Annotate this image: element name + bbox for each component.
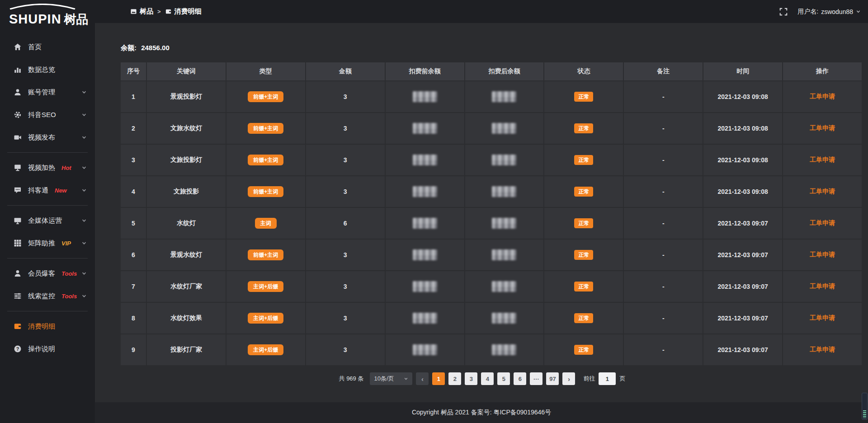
masked-balance-block — [492, 186, 516, 197]
work-order-link[interactable]: 工单申请 — [810, 346, 835, 354]
masked-balance-block — [413, 281, 437, 292]
prev-page-button[interactable]: ‹ — [416, 372, 429, 385]
goto-page-input[interactable] — [599, 372, 616, 385]
balance-after-cell — [465, 113, 544, 144]
page-ellipsis-button[interactable]: ··· — [530, 372, 542, 385]
status-badge: 正常 — [574, 218, 593, 228]
row-index-cell: 4 — [121, 176, 146, 207]
user-menu[interactable]: 用户名: zswodun88 — [797, 8, 861, 16]
table-row: 1景观投影灯前缀+主词3正常-2021-12-03 09:08工单申请 — [121, 81, 862, 112]
time-cell: 2021-12-03 09:08 — [703, 145, 782, 175]
type-badge: 主词 — [255, 218, 277, 229]
balance-after-cell — [465, 334, 544, 365]
balance-label: 余额: — [121, 44, 137, 52]
work-order-link[interactable]: 工单申请 — [810, 124, 835, 132]
page-button-97[interactable]: 97 — [546, 372, 559, 385]
type-badge: 前缀+主词 — [248, 186, 283, 197]
type-cell: 前缀+主词 — [226, 240, 305, 270]
status-badge: 正常 — [574, 282, 593, 291]
sidebar-item-video-heat[interactable]: 视频加热Hot — [0, 156, 95, 179]
work-order-link[interactable]: 工单申请 — [810, 282, 835, 291]
remark-cell: - — [624, 271, 703, 302]
sliders-icon — [14, 292, 22, 300]
amount-cell: 3 — [306, 145, 385, 175]
column-header: 备注 — [624, 62, 703, 80]
work-order-link[interactable]: 工单申请 — [810, 219, 835, 227]
sidebar-item-label: 视频发布 — [28, 133, 55, 142]
sidebar-item-home[interactable]: 首页 — [0, 36, 95, 58]
page-button-2[interactable]: 2 — [448, 372, 461, 385]
amount-cell: 6 — [306, 208, 385, 239]
screenshot-widget[interactable] — [862, 393, 868, 420]
page-button-3[interactable]: 3 — [465, 372, 477, 385]
breadcrumb-separator: > — [157, 8, 161, 15]
row-index-cell: 5 — [121, 208, 146, 239]
page-button-6[interactable]: 6 — [514, 372, 526, 385]
next-page-button[interactable]: › — [562, 372, 575, 385]
sidebar-item-clue-monitor[interactable]: 线索监控Tools — [0, 285, 95, 307]
sidebar-item-label: 线索监控 — [28, 292, 55, 301]
logo-text-latin: SHUPIN — [9, 13, 61, 26]
breadcrumb-root[interactable]: 树品 — [130, 7, 153, 16]
type-cell: 前缀+主词 — [226, 176, 305, 207]
work-order-link[interactable]: 工单申请 — [810, 93, 835, 101]
remark-cell: - — [624, 208, 703, 239]
sidebar-item-douyin-seo[interactable]: 抖音SEO — [0, 103, 95, 126]
sidebar-item-video-publish[interactable]: 视频发布 — [0, 126, 95, 149]
time-cell: 2021-12-03 09:07 — [703, 240, 782, 270]
masked-balance-block — [492, 281, 516, 292]
keyword-cell: 投影灯厂家 — [147, 334, 226, 365]
work-order-link[interactable]: 工单申请 — [810, 251, 835, 259]
sidebar-item-douketong[interactable]: 抖客通New — [0, 179, 95, 202]
sidebar-item-media-operation[interactable]: 全媒体运营 — [0, 209, 95, 232]
wallet-icon — [14, 322, 22, 330]
sidebar-item-tag: Tools — [61, 293, 77, 300]
fullscreen-icon[interactable] — [779, 8, 788, 16]
masked-balance-block — [413, 155, 437, 165]
video-icon — [14, 133, 22, 141]
sidebar: SHUPIN 树品 首页数据总览账号管理抖音SEO视频发布视频加热Hot抖客通N… — [0, 0, 95, 423]
chevron-down-icon — [81, 89, 87, 95]
column-header: 金额 — [306, 62, 385, 80]
svg-text:?: ? — [16, 346, 19, 352]
row-index-cell: 9 — [121, 334, 146, 365]
sidebar-item-tag: Hot — [61, 164, 71, 171]
sidebar-item-account-manage[interactable]: 账号管理 — [0, 81, 95, 103]
breadcrumb-current[interactable]: 消费明细 — [165, 7, 202, 16]
time-cell: 2021-12-03 09:08 — [703, 81, 782, 112]
time-cell: 2021-12-03 09:07 — [703, 271, 782, 302]
chevron-down-icon — [81, 165, 87, 170]
sidebar-item-consume-detail[interactable]: 消费明细 — [0, 315, 95, 338]
work-order-link[interactable]: 工单申请 — [810, 188, 835, 196]
remark-cell: - — [624, 81, 703, 112]
sidebar-item-label: 矩阵助推 — [28, 239, 55, 248]
work-order-link[interactable]: 工单申请 — [810, 314, 835, 322]
remark-cell: - — [624, 145, 703, 175]
sidebar-item-help-guide[interactable]: ?操作说明 — [0, 338, 95, 360]
action-cell: 工单申请 — [783, 145, 862, 175]
balance-before-cell — [386, 271, 464, 302]
sidebar-item-member-baoke[interactable]: 会员爆客Tools — [0, 262, 95, 285]
remark-cell: - — [624, 334, 703, 365]
work-order-link[interactable]: 工单申请 — [810, 156, 835, 164]
status-cell: 正常 — [544, 240, 623, 270]
app-logo: SHUPIN 树品 — [0, 0, 95, 33]
sidebar-item-tag: New — [55, 187, 67, 194]
sidebar-item-tag: VIP — [61, 240, 71, 247]
masked-balance-block — [492, 218, 516, 229]
time-cell: 2021-12-03 09:08 — [703, 176, 782, 207]
balance-before-cell — [386, 240, 464, 270]
amount-cell: 3 — [306, 240, 385, 270]
page-button-4[interactable]: 4 — [481, 372, 494, 385]
sidebar-item-data-overview[interactable]: 数据总览 — [0, 58, 95, 81]
table-row: 7水纹灯厂家主词+后缀3正常-2021-12-03 09:07工单申请 — [121, 271, 862, 302]
page-button-5[interactable]: 5 — [497, 372, 510, 385]
sidebar-item-label: 抖客通 — [28, 186, 48, 195]
amount-cell: 3 — [306, 113, 385, 144]
sidebar-item-matrix-boost[interactable]: 矩阵助推VIP — [0, 232, 95, 254]
user-icon — [14, 88, 22, 96]
screen-icon — [14, 164, 22, 172]
page-size-select[interactable]: 10条/页 — [370, 372, 412, 385]
main-area: 树品 > 消费明细 用户名: zswodun88 — [95, 0, 868, 423]
page-button-1[interactable]: 1 — [432, 372, 445, 385]
